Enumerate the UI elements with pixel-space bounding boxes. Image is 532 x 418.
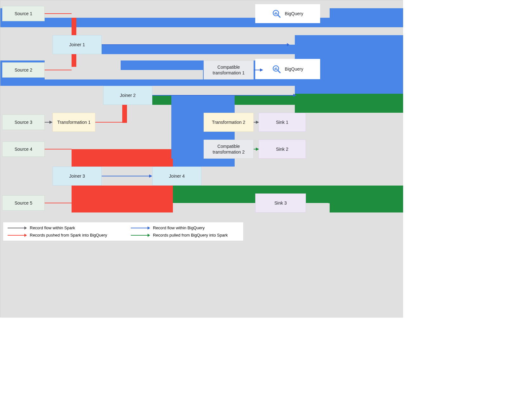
svg-rect-9 — [277, 69, 278, 70]
transform-1: Transformation 1 — [53, 113, 95, 132]
joiner-1-label: Joiner 1 — [69, 42, 85, 48]
source-5-label: Source 5 — [15, 200, 32, 206]
source-2-label: Source 2 — [15, 67, 32, 73]
sink-3: Sink 3 — [255, 193, 306, 212]
legend-pull-bq: Records pulled from BigQuery into Spark — [131, 233, 239, 238]
source-1-label: Source 1 — [15, 11, 32, 16]
sink-3-label: Sink 3 — [275, 200, 287, 206]
svg-rect-8 — [276, 67, 277, 70]
sink-1-label: Sink 1 — [276, 119, 288, 125]
legend-within-bq: Record flow within BigQuery — [131, 225, 239, 230]
svg-rect-3 — [276, 12, 277, 15]
bigquery-1-label: BigQuery — [285, 11, 303, 16]
source-4-label: Source 4 — [15, 146, 32, 152]
legend-push-bq: Records pushed from Spark into BigQuery — [8, 233, 118, 238]
source-2: Source 2 — [2, 62, 45, 78]
legend-within-bq-label: Record flow within BigQuery — [153, 225, 205, 230]
transform-2-label: Transformation 2 — [212, 119, 245, 125]
joiner-4-label: Joiner 4 — [169, 173, 185, 179]
joiner-3-label: Joiner 3 — [69, 173, 85, 179]
bigquery-2: BigQuery — [255, 59, 320, 79]
compat-transform-2: Compatible transformation 2 — [204, 140, 254, 159]
bigquery-icon — [272, 65, 281, 73]
svg-rect-4 — [277, 13, 278, 15]
bigquery-icon — [272, 9, 281, 18]
joiner-2: Joiner 2 — [103, 86, 152, 105]
source-5: Source 5 — [2, 195, 45, 211]
source-3-label: Source 3 — [15, 119, 32, 125]
joiner-4: Joiner 4 — [152, 167, 201, 186]
legend-pull-bq-label: Records pulled from BigQuery into Spark — [153, 233, 228, 238]
diagram-canvas: Source 1 BigQuery Joiner 1 Source 2 Comp… — [0, 0, 403, 317]
bigquery-1: BigQuery — [255, 4, 320, 23]
source-4: Source 4 — [2, 142, 45, 157]
sink-1: Sink 1 — [258, 113, 306, 132]
bigquery-2-label: BigQuery — [285, 66, 303, 72]
compat-transform-2-label: Compatible transformation 2 — [204, 143, 253, 155]
svg-line-6 — [278, 71, 280, 73]
svg-rect-2 — [275, 13, 276, 14]
sink-2: Sink 2 — [258, 140, 306, 159]
transform-1-label: Transformation 1 — [57, 119, 91, 125]
legend-within-spark-label: Record flow within Spark — [30, 225, 75, 230]
legend-push-bq-label: Records pushed from Spark into BigQuery — [30, 233, 107, 238]
sink-2-label: Sink 2 — [276, 146, 288, 152]
svg-line-1 — [278, 15, 280, 17]
legend: Record flow within Spark Record flow wit… — [3, 222, 244, 241]
joiner-2-label: Joiner 2 — [120, 92, 136, 98]
joiner-1: Joiner 1 — [53, 35, 102, 54]
svg-rect-7 — [275, 68, 276, 70]
transform-2: Transformation 2 — [204, 113, 254, 132]
arrow-compat1-to-bq2 — [254, 70, 254, 70]
legend-within-spark: Record flow within Spark — [8, 225, 118, 230]
source-3: Source 3 — [2, 115, 45, 130]
source-1: Source 1 — [2, 6, 45, 21]
joiner-3: Joiner 3 — [53, 167, 102, 186]
